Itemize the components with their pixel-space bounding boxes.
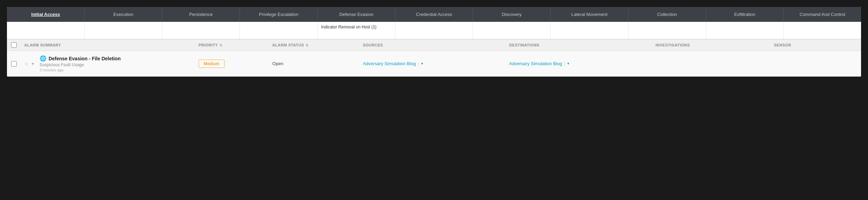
header-checkbox-cell [7, 42, 21, 48]
header-sources: SOURCES [359, 43, 506, 47]
mitre-col-execution[interactable]: Execution [85, 7, 162, 22]
header-status[interactable]: ALARM STATUS ⇅ [269, 43, 359, 47]
header-destinations: DESTINATIONS [506, 43, 652, 47]
alarm-table-header: ALARM SUMMARY PRIORITY ⇅ ALARM STATUS ⇅ [7, 39, 861, 51]
status-sort-icon: ⇅ [306, 43, 309, 47]
star-icon[interactable]: ☆ [24, 61, 29, 67]
alarm-info: 🌐 Defense Evasion - File Deletion Suspic… [40, 55, 121, 72]
sub-col-credential-access [395, 22, 473, 39]
row-summary-cell: ☆ ▼ 🌐 Defense Evasion - File Deletion Su… [21, 55, 195, 72]
row-actions: ☆ ▼ [24, 61, 35, 67]
destinations-dropdown-icon[interactable]: ▾ [567, 61, 569, 66]
sub-col-c2 [784, 22, 861, 39]
alarm-title[interactable]: 🌐 Defense Evasion - File Deletion [40, 55, 121, 62]
row-sources-cell: Adversary Simulation Blog | ▾ [359, 61, 506, 66]
sub-col-defense-evasion[interactable]: Indicator Removal on Host (1) [318, 22, 395, 39]
mitre-header: Initial Access Execution Persistence Pri… [7, 7, 861, 22]
mitre-col-credential-access[interactable]: Credential Access [395, 7, 473, 22]
priority-badge: Medium [199, 60, 225, 68]
sub-col-exfiltration [706, 22, 784, 39]
sub-col-discovery [473, 22, 551, 39]
sources-link[interactable]: Adversary Simulation Blog | ▾ [363, 61, 502, 66]
destinations-link[interactable]: Adversary Simulation Blog | ▾ [509, 61, 649, 66]
filter-icon[interactable]: ▼ [31, 62, 35, 66]
header-sensor: SENSOR [770, 43, 861, 47]
alarm-subtitle: Suspicious Fsutil Usage [40, 62, 121, 67]
header-priority[interactable]: PRIORITY ⇅ [195, 43, 269, 47]
defense-evasion-indicator: Indicator Removal on Host (1) [321, 25, 376, 29]
alarm-table: ALARM SUMMARY PRIORITY ⇅ ALARM STATUS ⇅ [7, 39, 861, 77]
mitre-col-defense-evasion[interactable]: Defense Evasion [318, 7, 395, 22]
mitre-col-initial-access[interactable]: Initial Access [7, 7, 85, 22]
sub-col-lateral-movement [551, 22, 628, 39]
sub-col-initial-access [7, 22, 85, 39]
header-summary: ALARM SUMMARY [21, 43, 195, 47]
outer-container: Initial Access Execution Persistence Pri… [0, 0, 868, 200]
alarm-time: 3 minutes ago [40, 68, 121, 72]
sources-dropdown-icon[interactable]: ▾ [421, 61, 423, 66]
row-checkbox-cell [7, 61, 21, 67]
mitre-col-persistence[interactable]: Persistence [162, 7, 240, 22]
select-all-checkbox[interactable] [11, 42, 17, 48]
sub-col-collection [628, 22, 706, 39]
globe-icon: 🌐 [40, 55, 47, 62]
row-status-cell: Open [269, 61, 359, 66]
mitre-col-lateral-movement[interactable]: Lateral Movement [551, 7, 628, 22]
mitre-col-collection[interactable]: Collection [628, 7, 706, 22]
mitre-sub-row: Indicator Removal on Host (1) [7, 22, 861, 39]
header-investigations: INVESTIGATIONS [652, 43, 770, 47]
sub-col-execution [85, 22, 162, 39]
sub-col-privilege-escalation [240, 22, 318, 39]
table-row: ☆ ▼ 🌐 Defense Evasion - File Deletion Su… [7, 51, 861, 77]
row-checkbox[interactable] [11, 61, 17, 67]
status-text: Open [272, 61, 283, 66]
mitre-col-discovery[interactable]: Discovery [473, 7, 551, 22]
main-panel: Initial Access Execution Persistence Pri… [7, 7, 861, 77]
mitre-col-privilege-escalation[interactable]: Privilege Escalation [240, 7, 318, 22]
mitre-col-exfiltration[interactable]: Exfiltration [706, 7, 784, 22]
row-priority-cell: Medium [195, 60, 269, 68]
sub-col-persistence [162, 22, 240, 39]
priority-sort-icon: ⇅ [219, 43, 223, 47]
mitre-col-command-and-control[interactable]: Command And Control [784, 7, 861, 22]
row-destinations-cell: Adversary Simulation Blog | ▾ [506, 61, 652, 66]
